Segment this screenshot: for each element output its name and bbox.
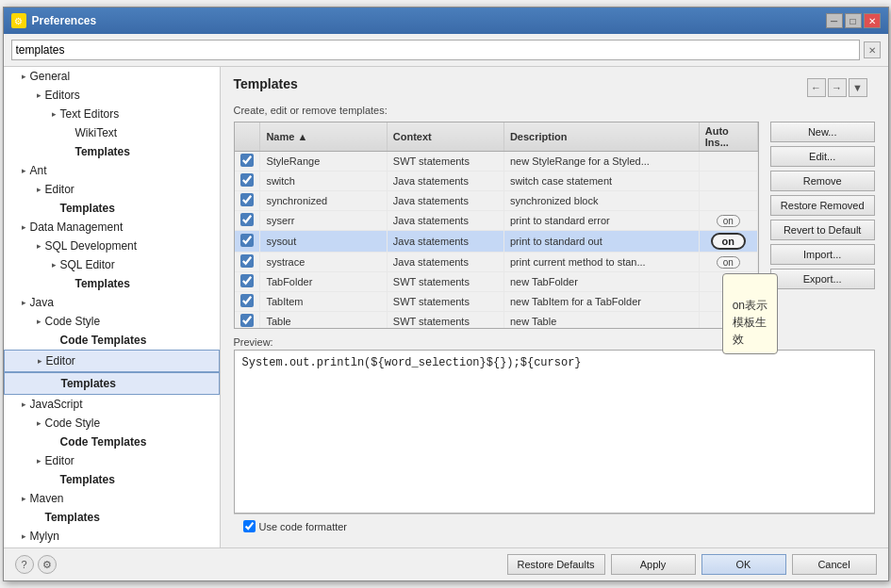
sidebar-item-editor-ant[interactable]: ▸ Editor [4,180,220,199]
sidebar-item-editors[interactable]: ▸ Editors [4,86,220,105]
row-checkbox[interactable] [240,234,254,247]
sidebar-item-text-editors[interactable]: ▸ Text Editors [4,105,220,123]
table-row[interactable]: TableSWT statementsnew Table [235,312,758,330]
row-description: new Table [503,312,699,330]
row-auto [699,152,757,172]
row-checkbox[interactable] [240,193,254,206]
revert-to-default-button[interactable]: Revert to Default [770,220,875,240]
sidebar-item-maven[interactable]: ▸ Maven [4,489,220,508]
sidebar-item-label: Templates [61,377,116,390]
row-name: Table [260,312,387,330]
search-clear-button[interactable]: ✕ [864,41,881,58]
panel-header-row: Templates ← → ▼ [234,76,875,99]
cancel-button[interactable]: Cancel [792,554,877,575]
table-row[interactable]: synchronizedJava statementssynchronized … [235,191,758,211]
table-row[interactable]: systraceJava statementsprint current met… [235,253,758,272]
sidebar-item-templates-js[interactable]: Templates [4,470,220,489]
sidebar-item-label: Text Editors [60,107,120,121]
sidebar-item-label: Code Style [45,315,101,328]
table-row[interactable]: syserrJava statementsprint to standard e… [235,211,758,231]
col-auto-header[interactable]: Auto Ins... [699,122,757,152]
export-button[interactable]: Export... [770,269,875,289]
title-bar-left: ⚙ Preferences [11,13,97,28]
sidebar-item-javascript[interactable]: ▸ JavaScript [4,395,220,414]
row-description: print to standard out [503,231,699,253]
row-checkbox[interactable] [240,213,254,226]
nav-dropdown-button[interactable]: ▼ [849,78,867,97]
sidebar-item-code-templates-js[interactable]: Code Templates [4,433,220,451]
sidebar-item-templates-maven[interactable]: Templates [4,508,220,527]
apply-button[interactable]: Apply [611,554,696,575]
footer-left: ? ⚙ [15,555,57,574]
new-button[interactable]: New... [770,122,875,142]
row-checkbox[interactable] [240,254,254,268]
sidebar-item-templates-general[interactable]: Templates [4,142,220,161]
sidebar-item-code-templates[interactable]: Code Templates [4,331,220,350]
arrow-icon: ▸ [34,90,45,101]
arrow-icon: ▸ [34,455,45,466]
sidebar-item-sql-development[interactable]: ▸ SQL Development [4,237,220,255]
nav-prev-button[interactable]: ← [807,78,826,97]
row-checkbox[interactable] [240,294,254,307]
preview-box: System.out.println(${word_selection}${})… [234,350,875,514]
sidebar-item-templates-ant[interactable]: Templates [4,199,220,218]
panel-title: Templates [234,76,298,91]
row-checkbox[interactable] [240,274,254,287]
row-checkbox[interactable] [240,154,254,167]
restore-defaults-button[interactable]: Restore Defaults [507,554,605,575]
sidebar-item-java[interactable]: ▸ Java [4,293,220,312]
footer-right: Restore Defaults Apply OK Cancel [507,554,877,575]
table-row[interactable]: switchJava statementsswitch case stateme… [235,172,758,191]
help-icon[interactable]: ? [15,555,34,574]
arrow-icon: ▸ [34,417,45,429]
settings-icon[interactable]: ⚙ [38,555,57,574]
arrow-icon: ▸ [34,316,45,327]
preview-section: Preview: System.out.println(${word_selec… [234,336,875,514]
table-row[interactable]: StyleRangeSWT statementsnew StyleRange f… [235,152,758,172]
table-row[interactable]: TabItemSWT statementsnew TabItem for a T… [235,292,758,312]
sidebar-item-label: Code Style [45,416,101,430]
nav-next-button[interactable]: → [828,78,847,97]
row-checkbox[interactable] [240,314,254,327]
sidebar-item-label: Templates [75,145,130,158]
edit-button[interactable]: Edit... [770,146,875,167]
row-name: systrace [260,253,387,272]
sidebar-item-general[interactable]: ▸ General [4,67,220,86]
sidebar-item-mylyn[interactable]: ▸ Mylyn [4,527,220,546]
table-row[interactable]: TabFolderSWT statementsnew TabFolder [235,272,758,292]
maximize-button[interactable]: □ [845,13,862,28]
close-button[interactable]: ✕ [864,13,881,28]
use-code-formatter-checkbox[interactable] [243,520,256,532]
search-input[interactable] [11,40,860,60]
remove-button[interactable]: Remove [770,171,875,191]
sidebar-item-templates-java[interactable]: Templates [4,372,220,395]
col-desc-header[interactable]: Description [503,122,699,152]
table-section: Name ▲ Context Description Auto Ins... S… [234,122,875,329]
arrow-icon: ▸ [19,165,30,176]
table-row[interactable]: sysoutJava statementsprint to standard o… [235,231,758,253]
right-buttons: New... Edit... Remove Restore Removed Re… [770,122,875,329]
sidebar-item-label: JavaScript [30,398,83,411]
col-name-header[interactable]: Name ▲ [260,122,387,152]
sidebar-item-label: Maven [30,492,64,505]
sidebar-item-label: Templates [60,202,115,215]
sidebar-item-data-management[interactable]: ▸ Data Management [4,218,220,237]
sidebar-item-templates-sql[interactable]: Templates [4,274,220,293]
col-context-header[interactable]: Context [387,122,503,152]
sidebar-item-editor-java[interactable]: ▸ Editor [4,350,220,372]
sidebar-item-ant[interactable]: ▸ Ant [4,161,220,180]
sidebar-item-sql-editor[interactable]: ▸ SQL Editor [4,255,220,274]
row-checkbox[interactable] [240,173,254,187]
use-code-formatter-label[interactable]: Use code formatter [243,520,348,532]
arrow-icon: ▸ [19,531,30,542]
sidebar-item-editor-js[interactable]: ▸ Editor [4,451,220,470]
sidebar-item-wikitext[interactable]: WikiText [4,123,220,142]
ok-button[interactable]: OK [701,554,786,575]
arrow-icon [49,474,60,485]
arrow-icon [49,335,60,346]
sidebar-item-code-style-js[interactable]: ▸ Code Style [4,414,220,433]
sidebar-item-code-style[interactable]: ▸ Code Style [4,312,220,331]
import-button[interactable]: Import... [770,244,875,265]
restore-removed-button[interactable]: Restore Removed [770,195,875,216]
minimize-button[interactable]: ─ [826,13,843,28]
